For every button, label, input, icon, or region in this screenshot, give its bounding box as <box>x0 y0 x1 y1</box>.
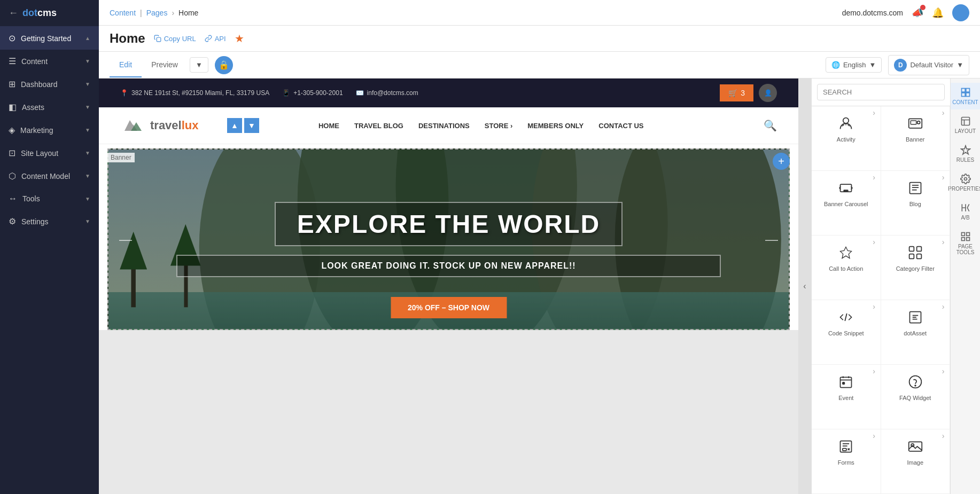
api-button[interactable]: API <box>205 35 226 43</box>
svg-rect-25 <box>909 247 914 252</box>
svg-rect-42 <box>961 117 969 126</box>
copy-url-button[interactable]: Copy URL <box>154 35 196 43</box>
widget-grid: › Activity › Banner › <box>812 106 950 494</box>
site-layout-icon: ⊡ <box>9 148 15 158</box>
preview-dropdown-button[interactable]: ▼ <box>190 57 208 73</box>
banner-more-btn[interactable]: › <box>939 108 947 117</box>
user-avatar[interactable] <box>952 4 969 21</box>
tab-preview[interactable]: Preview <box>142 53 188 77</box>
content-model-icon: ⬡ <box>9 171 16 181</box>
collapse-panel[interactable]: ‹ <box>798 79 811 494</box>
cta-more-btn[interactable]: › <box>870 238 878 246</box>
breadcrumb-pages[interactable]: Pages <box>146 9 168 17</box>
event-more-btn[interactable]: › <box>870 367 878 375</box>
tab-edit[interactable]: Edit <box>110 53 142 77</box>
breadcrumb-content[interactable]: Content <box>110 9 136 17</box>
panel-rules-button[interactable]: RULES <box>951 140 980 167</box>
dotasset-label: dotAsset <box>904 330 927 336</box>
move-down-button[interactable]: ▼ <box>244 118 259 133</box>
svg-point-33 <box>915 385 916 386</box>
layout-icon <box>960 116 971 127</box>
forms-label: Forms <box>838 459 854 466</box>
category-more-btn[interactable]: › <box>939 238 947 246</box>
sidebar-item-assets[interactable]: ◧ Assets ▼ <box>0 96 99 119</box>
prev-slide-button[interactable]: — <box>119 232 132 247</box>
collapse-button[interactable]: ‹ <box>803 281 806 291</box>
forms-more-btn[interactable]: › <box>870 432 878 440</box>
svg-rect-44 <box>961 233 965 236</box>
banner-carousel-more-btn[interactable]: › <box>870 173 878 182</box>
topbar: Content | Pages › Home demo.dotcms.com 📣… <box>99 0 980 26</box>
widget-blog[interactable]: › Blog <box>881 171 951 236</box>
widget-image[interactable]: › Image <box>881 429 951 494</box>
widget-search-input[interactable] <box>817 84 945 100</box>
widget-event[interactable]: › Event <box>812 365 881 429</box>
widget-faq[interactable]: › FAQ Widget <box>881 365 951 429</box>
sidebar-item-getting-started[interactable]: ⊙ Getting Started ▲ <box>0 27 99 50</box>
cart-button[interactable]: 🛒 3 <box>720 84 753 101</box>
widget-forms[interactable]: › Forms <box>812 429 881 494</box>
widget-banner-carousel[interactable]: › Banner Carousel <box>812 171 881 236</box>
image-more-btn[interactable]: › <box>939 432 947 440</box>
sidebar-item-marketing[interactable]: ◈ Marketing ▼ <box>0 119 99 142</box>
sidebar-item-site-layout[interactable]: ⊡ Site Layout ▼ <box>0 142 99 164</box>
bell-icon: 🔔 <box>932 7 944 18</box>
svg-rect-35 <box>843 449 846 451</box>
sidebar-item-settings[interactable]: ⚙ Settings ▼ <box>0 210 99 233</box>
getting-started-icon: ⊙ <box>9 33 15 43</box>
lock-button[interactable]: 🔒 <box>215 56 233 74</box>
banner-headline: EXPLORE THE WORLD <box>275 202 623 246</box>
svg-point-15 <box>843 118 849 124</box>
widget-activity[interactable]: › Activity <box>812 106 881 171</box>
alerts-button[interactable]: 🔔 <box>932 7 944 19</box>
back-button[interactable]: ← <box>9 7 18 19</box>
code-snippet-label: Code Snippet <box>828 330 864 336</box>
widget-banner[interactable]: › Banner <box>881 106 951 171</box>
move-up-button[interactable]: ▲ <box>227 118 242 133</box>
widget-code-snippet[interactable]: › Code Snippet <box>812 300 881 365</box>
search-icon[interactable]: 🔍 <box>764 119 777 132</box>
panel-ab-button[interactable]: A/B <box>951 198 980 225</box>
image-label: Image <box>907 459 923 466</box>
svg-marker-24 <box>841 247 852 258</box>
menu-destinations[interactable]: DESTINATIONS <box>418 122 470 130</box>
panel-content-button[interactable]: CONTENT <box>951 83 980 109</box>
panel-page-tools-button[interactable]: PAGE TOOLS <box>951 227 980 260</box>
menu-travel-blog[interactable]: TRAVEL BLOG <box>354 122 403 130</box>
menu-home[interactable]: HOME <box>318 122 339 130</box>
menu-members[interactable]: MEMBERS ONLY <box>527 122 584 130</box>
dotasset-more-btn[interactable]: › <box>939 302 947 311</box>
widget-call-to-action[interactable]: › Call to Action <box>812 236 881 300</box>
visitor-selector[interactable]: D Default Visitor ▼ <box>888 55 969 75</box>
image-icon <box>906 437 925 456</box>
sidebar-item-tools[interactable]: ↔ Tools ▼ <box>0 187 99 210</box>
page-tools-icon <box>960 231 971 242</box>
sidebar-item-dashboard[interactable]: ⊞ Dashboard ▼ <box>0 73 99 96</box>
blog-more-btn[interactable]: › <box>939 173 947 182</box>
svg-rect-40 <box>961 93 965 97</box>
svg-rect-0 <box>157 37 161 42</box>
globe-icon: 🌐 <box>831 61 840 69</box>
notifications-button[interactable]: 📣 <box>912 7 923 19</box>
sidebar-item-content-model[interactable]: ⬡ Content Model ▼ <box>0 164 99 187</box>
panel-layout-button[interactable]: LAYOUT <box>951 112 980 138</box>
activity-more-btn[interactable]: › <box>870 108 878 117</box>
star-button[interactable]: ★ <box>235 32 244 45</box>
menu-contact[interactable]: CONTACT US <box>598 122 643 130</box>
add-content-button[interactable]: + <box>773 153 790 170</box>
next-slide-button[interactable]: — <box>765 232 778 247</box>
svg-rect-38 <box>961 89 965 92</box>
widget-category-filter[interactable]: › Category Filter <box>881 236 951 300</box>
code-more-btn[interactable]: › <box>870 302 878 311</box>
widget-dotasset[interactable]: › dotAsset <box>881 300 951 365</box>
panel-properties-button[interactable]: PROPERTIES <box>951 169 980 196</box>
menu-store[interactable]: STORE › <box>485 122 513 130</box>
banner-image: EXPLORE THE WORLD LOOK GREAT DOING IT. S… <box>107 148 790 330</box>
visitor-avatar: D <box>894 59 907 72</box>
sidebar-item-content[interactable]: ☰ Content ▼ <box>0 50 99 73</box>
faq-more-btn[interactable]: › <box>939 367 947 375</box>
language-selector[interactable]: 🌐 English ▼ <box>826 57 882 73</box>
blog-label: Blog <box>909 201 921 207</box>
banner-carousel-icon <box>836 178 855 198</box>
banner-cta-button[interactable]: 20% OFF – SHOP NOW <box>391 297 507 318</box>
